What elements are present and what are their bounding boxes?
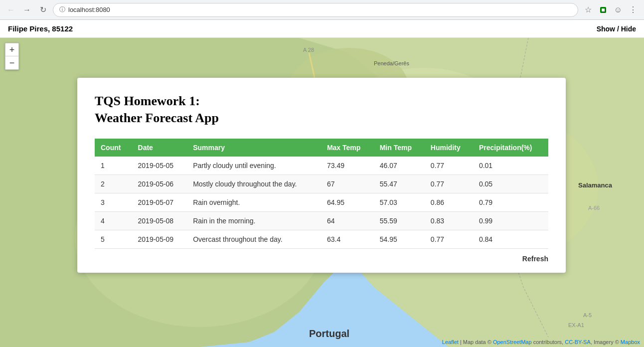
cell-summary: Mostly cloudy throughout the day. (187, 174, 321, 193)
cell-date: 2019-05-09 (132, 230, 187, 248)
cell-precipitation: 0.84 (473, 230, 548, 248)
title-line1: TQS Homework 1: (95, 94, 200, 108)
svg-text:A 28: A 28 (303, 47, 314, 53)
cell-min_temp: 55.59 (374, 211, 425, 230)
cc-link[interactable]: CC-BY-SA (565, 339, 591, 345)
col-min-temp: Min Temp (374, 139, 425, 157)
cell-count: 1 (95, 157, 132, 175)
browser-chrome: ← → ↻ ⓘ localhost:8080 ☆ ☺ ⋮ (0, 0, 644, 20)
svg-text:Salamanca: Salamanca (578, 181, 613, 189)
table-header-row: Count Date Summary Max Temp Min Temp Hum… (95, 139, 548, 157)
forward-button[interactable]: → (21, 4, 33, 16)
top-bar: Filipe Pires, 85122 Show / Hide (0, 20, 644, 38)
reload-button[interactable]: ↻ (37, 4, 49, 16)
cell-count: 3 (95, 193, 132, 211)
menu-button[interactable]: ⋮ (627, 4, 639, 16)
cell-count: 2 (95, 174, 132, 193)
table-row: 32019-05-07Rain overnight.64.9557.030.86… (95, 193, 548, 211)
forecast-table: Count Date Summary Max Temp Min Temp Hum… (95, 139, 548, 249)
col-humidity: Humidity (425, 139, 473, 157)
cell-max_temp: 64 (321, 211, 374, 230)
svg-text:EX-A1: EX-A1 (568, 322, 584, 328)
cell-date: 2019-05-05 (132, 157, 187, 175)
table-row: 12019-05-05Partly cloudy until evening.7… (95, 157, 548, 175)
refresh-container: Refresh (95, 255, 548, 263)
cell-date: 2019-05-06 (132, 174, 187, 193)
cell-count: 4 (95, 211, 132, 230)
bookmark-button[interactable]: ☆ (582, 4, 594, 16)
table-row: 42019-05-08Rain in the morning.6455.590.… (95, 211, 548, 230)
col-max-temp: Max Temp (321, 139, 374, 157)
card-title: TQS Homework 1: Weather Forecast App (95, 93, 548, 127)
lock-icon: ⓘ (59, 5, 65, 14)
svg-rect-1 (602, 8, 605, 11)
table-row: 52019-05-09Overcast throughout the day.6… (95, 230, 548, 248)
mapbox-link[interactable]: Mapbox (621, 339, 640, 345)
cell-min_temp: 57.03 (374, 193, 425, 211)
svg-text:A-66: A-66 (588, 205, 600, 211)
extension-button[interactable] (597, 4, 609, 16)
cell-precipitation: 0.79 (473, 193, 548, 211)
col-count: Count (95, 139, 132, 157)
cell-humidity: 0.86 (425, 193, 473, 211)
cell-max_temp: 63.4 (321, 230, 374, 248)
cell-date: 2019-05-08 (132, 211, 187, 230)
cell-humidity: 0.77 (425, 174, 473, 193)
address-bar[interactable]: ⓘ localhost:8080 (53, 3, 578, 17)
svg-text:A-5: A-5 (583, 312, 592, 318)
table-body: 12019-05-05Partly cloudy until evening.7… (95, 157, 548, 249)
cell-precipitation: 0.01 (473, 157, 548, 175)
map-controls: + − (5, 43, 19, 70)
cell-min_temp: 55.47 (374, 174, 425, 193)
map-container: A 28 Bragança Peneda/Gerês Salamanca A-6… (0, 38, 644, 347)
cell-precipitation: 0.99 (473, 211, 548, 230)
back-button[interactable]: ← (5, 4, 17, 16)
show-hide-button[interactable]: Show / Hide (597, 25, 636, 33)
cell-max_temp: 67 (321, 174, 374, 193)
url-text: localhost:8080 (68, 6, 110, 13)
table-row: 22019-05-06Mostly cloudy throughout the … (95, 174, 548, 193)
card: TQS Homework 1: Weather Forecast App Cou… (77, 78, 566, 273)
col-precipitation: Precipitation(%) (473, 139, 548, 157)
leaflet-link[interactable]: Leaflet (442, 339, 459, 345)
map-attribution: Leaflet | Map data © OpenStreetMap contr… (442, 339, 640, 345)
zoom-out-button[interactable]: − (5, 56, 18, 69)
cell-humidity: 0.83 (425, 211, 473, 230)
title-line2: Weather Forecast App (95, 111, 219, 125)
svg-text:Peneda/Gerês: Peneda/Gerês (374, 60, 409, 66)
osm-link[interactable]: OpenStreetMap (493, 339, 532, 345)
cell-count: 5 (95, 230, 132, 248)
cell-min_temp: 46.07 (374, 157, 425, 175)
location-title: Filipe Pires, 85122 (8, 24, 73, 33)
table-header: Count Date Summary Max Temp Min Temp Hum… (95, 139, 548, 157)
cell-max_temp: 64.95 (321, 193, 374, 211)
col-summary: Summary (187, 139, 321, 157)
cell-max_temp: 73.49 (321, 157, 374, 175)
cell-min_temp: 54.95 (374, 230, 425, 248)
cell-precipitation: 0.05 (473, 174, 548, 193)
cell-humidity: 0.77 (425, 230, 473, 248)
chrome-actions: ☆ ☺ ⋮ (582, 4, 639, 16)
profile-button[interactable]: ☺ (612, 4, 624, 16)
cell-summary: Rain overnight. (187, 193, 321, 211)
cell-summary: Overcast throughout the day. (187, 230, 321, 248)
refresh-button[interactable]: Refresh (522, 255, 548, 263)
cell-date: 2019-05-07 (132, 193, 187, 211)
cell-summary: Partly cloudy until evening. (187, 157, 321, 175)
cell-summary: Rain in the morning. (187, 211, 321, 230)
svg-text:Portugal: Portugal (309, 328, 349, 339)
col-date: Date (132, 139, 187, 157)
cell-humidity: 0.77 (425, 157, 473, 175)
zoom-in-button[interactable]: + (5, 43, 18, 56)
